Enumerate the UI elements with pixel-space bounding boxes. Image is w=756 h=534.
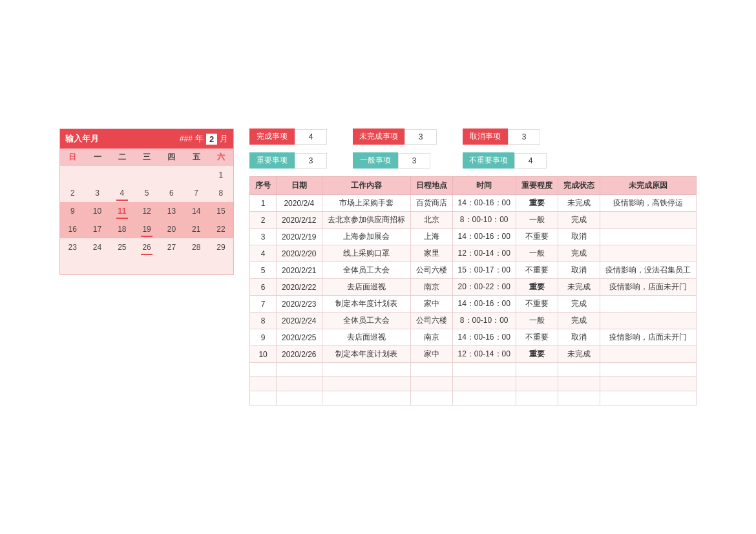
cell-empty (250, 391, 277, 406)
cal-cell-17[interactable]: 17 (85, 220, 109, 238)
cal-cell-9[interactable]: 9 (60, 202, 85, 220)
cell-date: 2020/2/23 (277, 296, 322, 313)
th-location: 日程地点 (410, 177, 452, 195)
table-row[interactable]: 9 2020/2/25 去店面巡视 南京 14：00-16：00 不重要 取消 … (250, 329, 697, 346)
table-row-empty (250, 391, 697, 406)
cal-cell-29[interactable]: 29 (209, 238, 233, 256)
main-container: 输入年月 ### 年 2 月 日 一 二 三 四 五 六 (34, 109, 722, 425)
cell-content: 去北京参加供应商招标 (322, 212, 410, 229)
table-row[interactable]: 5 2020/2/21 全体员工大会 公司六楼 15：00-17：00 不重要 … (250, 262, 697, 279)
general-label: 一般事项 (353, 152, 398, 169)
cal-cell-2[interactable]: 2 (60, 184, 85, 202)
cal-cell-11[interactable]: 11 (110, 202, 134, 220)
cell-importance: 不重要 (516, 229, 558, 245)
important-label: 重要事项 (249, 152, 295, 169)
cal-cell-21[interactable]: 21 (184, 220, 209, 238)
cal-cell-20[interactable]: 20 (159, 220, 184, 238)
cal-cell-5[interactable]: 5 (134, 184, 159, 202)
table-row[interactable]: 3 2020/2/19 上海参加展会 上海 14：00-16：00 不重要 取消 (250, 229, 697, 245)
month-value[interactable]: 2 (206, 134, 217, 145)
cell-empty (516, 363, 558, 377)
table-row[interactable]: 4 2020/2/20 线上采购口罩 家里 12：00-14：00 一般 完成 (250, 245, 697, 262)
cal-cell-empty (184, 256, 209, 274)
cal-cell-16[interactable]: 16 (60, 220, 85, 238)
cell-content: 全体员工大会 (322, 262, 410, 279)
cal-cell-22[interactable]: 22 (209, 220, 233, 238)
table-body: 1 2020/2/4 市场上采购手套 百货商店 14：00-16：00 重要 未… (250, 195, 697, 406)
cell-location: 家中 (410, 346, 452, 363)
cell-date: 2020/2/25 (277, 329, 322, 346)
cal-cell-18[interactable]: 18 (110, 220, 134, 238)
table-row[interactable]: 7 2020/2/23 制定本年度计划表 家中 14：00-16：00 不重要 … (250, 296, 697, 313)
weekday-sat: 六 (209, 149, 233, 166)
cal-cell-10[interactable]: 10 (85, 202, 109, 220)
cal-cell-empty (209, 256, 233, 274)
cal-cell-7[interactable]: 7 (184, 184, 209, 202)
cal-cell-3[interactable]: 3 (85, 184, 109, 202)
cell-location: 公司六楼 (410, 313, 452, 329)
cal-cell-14[interactable]: 14 (184, 202, 209, 220)
cell-content: 市场上采购手套 (322, 195, 410, 212)
table-row[interactable]: 10 2020/2/26 制定本年度计划表 家中 12：00-14：00 重要 … (250, 346, 697, 363)
cal-cell-15[interactable]: 15 (209, 202, 233, 220)
important-stat: 重要事项 3 (249, 152, 327, 169)
table-row-empty (250, 377, 697, 391)
cancelled-value[interactable]: 3 (508, 129, 540, 145)
stats-col-3: 取消事项 3 不重要事项 4 (463, 128, 547, 172)
table-header-row: 序号 日期 工作内容 日程地点 时间 重要程度 完成状态 未完成原因 (250, 177, 697, 195)
table-row[interactable]: 8 2020/2/24 全体员工大会 公司六楼 8：00-10：00 一般 完成 (250, 313, 697, 329)
cal-cell-empty (134, 166, 159, 184)
cal-week-6 (60, 256, 233, 274)
cell-location: 百货商店 (410, 195, 452, 212)
general-value[interactable]: 3 (398, 153, 430, 169)
cell-empty (558, 391, 600, 406)
cal-cell-25[interactable]: 25 (110, 238, 134, 256)
cell-time: 15：00-17：00 (452, 262, 516, 279)
cell-reason (600, 212, 696, 229)
table-row[interactable]: 2 2020/2/12 去北京参加供应商招标 北京 8：00-10：00 一般 … (250, 212, 697, 229)
incomplete-value[interactable]: 3 (404, 129, 437, 145)
cal-cell-23[interactable]: 23 (60, 238, 85, 256)
weekday-tue: 二 (110, 149, 134, 166)
cell-location: 南京 (410, 279, 452, 296)
cell-empty (277, 377, 322, 391)
cal-cell-1[interactable]: 1 (209, 166, 233, 184)
stats-col-2: 未完成事项 3 一般事项 3 (353, 128, 437, 172)
cal-cell-28[interactable]: 28 (184, 238, 209, 256)
cell-importance: 不重要 (516, 262, 558, 279)
cell-date: 2020/2/21 (277, 262, 322, 279)
cell-date: 2020/2/22 (277, 279, 322, 296)
cal-cell-13[interactable]: 13 (159, 202, 184, 220)
cal-cell-19[interactable]: 19 (134, 220, 159, 238)
cell-importance: 重要 (516, 346, 558, 363)
calendar-weekdays: 日 一 二 三 四 五 六 (60, 149, 233, 166)
cal-cell-4[interactable]: 4 (110, 184, 134, 202)
unimportant-value[interactable]: 4 (514, 153, 547, 169)
cell-time: 12：00-14：00 (452, 245, 516, 262)
calendar-header: 输入年月 ### 年 2 月 (60, 129, 233, 149)
cell-time: 12：00-14：00 (452, 346, 516, 363)
cell-empty (600, 377, 696, 391)
cal-cell-empty (60, 256, 85, 274)
completed-value[interactable]: 4 (295, 129, 327, 145)
cal-cell-8[interactable]: 8 (209, 184, 233, 202)
table-row[interactable]: 6 2020/2/22 去店面巡视 南京 20：00-22：00 重要 未完成 … (250, 279, 697, 296)
table-row[interactable]: 1 2020/2/4 市场上采购手套 百货商店 14：00-16：00 重要 未… (250, 195, 697, 212)
cell-status: 完成 (558, 313, 600, 329)
cal-cell-12[interactable]: 12 (134, 202, 159, 220)
cell-time: 14：00-16：00 (452, 229, 516, 245)
important-value[interactable]: 3 (295, 153, 327, 169)
cal-cell-26[interactable]: 26 (134, 238, 159, 256)
cal-cell-6[interactable]: 6 (159, 184, 184, 202)
cal-cell-27[interactable]: 27 (159, 238, 184, 256)
calendar: 输入年月 ### 年 2 月 日 一 二 三 四 五 六 (59, 128, 234, 275)
cell-importance: 一般 (516, 245, 558, 262)
cell-empty (322, 391, 410, 406)
cal-cell-24[interactable]: 24 (85, 238, 109, 256)
weekday-sun: 日 (60, 149, 85, 166)
cell-time: 14：00-16：00 (452, 329, 516, 346)
cell-empty (410, 391, 452, 406)
completed-stat: 完成事项 4 (249, 128, 327, 145)
cell-reason (600, 313, 696, 329)
cell-time: 14：00-16：00 (452, 195, 516, 212)
